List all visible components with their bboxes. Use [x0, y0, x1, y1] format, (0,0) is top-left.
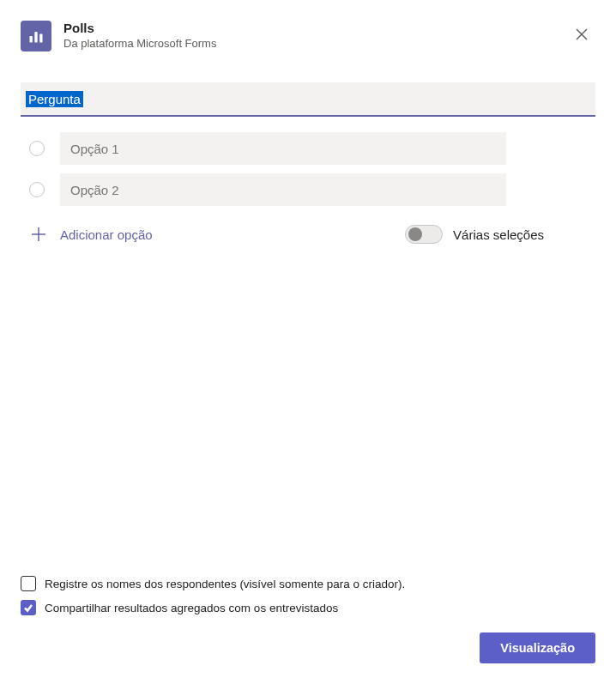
app-title: Polls: [63, 21, 568, 36]
option-row: [21, 173, 595, 206]
checkmark-icon: [23, 602, 33, 613]
options-list: [21, 132, 595, 215]
multi-select-control: Várias seleções: [405, 225, 544, 244]
bar-chart-icon: [27, 27, 45, 45]
svg-rect-2: [39, 34, 42, 43]
dialog-footer: Registre os nomes dos respondentes (visí…: [0, 576, 616, 684]
option-input-1[interactable]: [60, 132, 506, 165]
radio-icon: [29, 141, 45, 156]
preview-button[interactable]: Visualização: [480, 633, 595, 663]
plus-icon: [31, 227, 46, 242]
close-button[interactable]: [568, 21, 595, 48]
question-input[interactable]: Pergunta: [21, 82, 595, 117]
dialog-header: Polls Da plataforma Microsoft Forms: [0, 0, 616, 62]
share-results-label: Compartilhar resultados agregados com os…: [45, 602, 338, 614]
record-names-checkbox[interactable]: [21, 576, 36, 591]
option-input-2[interactable]: [60, 173, 506, 206]
close-icon: [575, 27, 589, 41]
share-results-row: Compartilhar resultados agregados com os…: [21, 600, 595, 615]
app-subtitle: Da plataforma Microsoft Forms: [63, 36, 568, 51]
add-option-button[interactable]: Adicionar opção: [21, 227, 153, 242]
radio-icon: [29, 182, 45, 197]
svg-rect-1: [34, 32, 37, 43]
svg-rect-0: [30, 36, 33, 43]
multi-select-toggle[interactable]: [405, 225, 443, 244]
polls-app-icon: [21, 21, 51, 51]
footer-buttons: Visualização: [21, 633, 595, 663]
header-text-block: Polls Da plataforma Microsoft Forms: [63, 21, 568, 51]
option-row: [21, 132, 595, 165]
record-names-row: Registre os nomes dos respondentes (visí…: [21, 576, 595, 591]
controls-row: Adicionar opção Várias seleções: [21, 225, 595, 244]
record-names-label: Registre os nomes dos respondentes (visí…: [45, 578, 405, 590]
add-option-label: Adicionar opção: [60, 227, 153, 242]
question-selected-text: Pergunta: [26, 91, 83, 107]
dialog-content: Pergunta Adicionar opção Várias seleções: [0, 62, 616, 576]
toggle-knob: [408, 227, 422, 241]
multi-select-label: Várias seleções: [453, 227, 544, 242]
share-results-checkbox[interactable]: [21, 600, 36, 615]
